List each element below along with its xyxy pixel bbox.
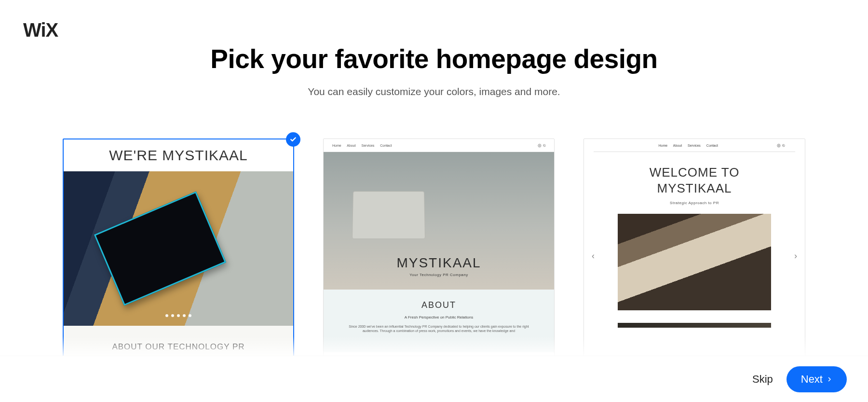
template3-nav-home: Home xyxy=(659,144,668,147)
template2-about-section: ABOUT A Fresh Perspective on Public Rela… xyxy=(324,290,554,352)
heading-block: Pick your favorite homepage design You c… xyxy=(0,43,868,97)
selected-check-icon xyxy=(286,132,300,147)
template3-nav: Home About Services Contact ◎ ⎋ xyxy=(594,139,795,152)
template3-title-line2: MYSTIKAAL xyxy=(657,181,732,195)
template-cards-row: WE'RE MYSTIKAAL ABOUT OUR TECHNOLOGY PR … xyxy=(0,139,868,363)
template3-nav-services: Services xyxy=(688,144,701,147)
template3-heading: WELCOME TO MYSTIKAAL Strategic Approach … xyxy=(584,152,805,214)
template2-about-text: Since 2000 we've been an influential Tec… xyxy=(343,324,535,333)
template2-nav-home: Home xyxy=(332,144,341,147)
page-title: Pick your favorite homepage design xyxy=(0,43,868,74)
template2-about-heading: ABOUT xyxy=(343,300,535,310)
template-card-2[interactable]: Home About Services Contact ◎ ⎋ MYSTIKAA… xyxy=(323,139,555,363)
template3-title-line1: WELCOME TO xyxy=(650,165,740,180)
template2-brand: MYSTIKAAL xyxy=(396,255,481,271)
skip-button[interactable]: Skip xyxy=(752,373,773,386)
template2-nav: Home About Services Contact ◎ ⎋ xyxy=(324,139,554,152)
template3-nav-social-icons: ◎ ⎋ xyxy=(777,143,785,148)
template3-hero-image xyxy=(618,214,771,310)
template-card-1[interactable]: WE'RE MYSTIKAAL ABOUT OUR TECHNOLOGY PR xyxy=(63,139,294,363)
template2-nav-services: Services xyxy=(362,144,375,147)
template1-carousel-dots xyxy=(165,314,191,317)
chevron-right-icon xyxy=(827,376,832,382)
template3-subtitle: Strategic Approach to PR xyxy=(594,201,795,205)
template2-about-sub: A Fresh Perspective on Public Relations xyxy=(343,315,535,319)
template2-nav-about: About xyxy=(347,144,355,147)
template1-title: WE'RE MYSTIKAAL xyxy=(64,139,293,171)
template3-next-image-strip xyxy=(618,323,771,328)
template2-tagline: Your Technology PR Company xyxy=(409,273,468,277)
footer-bar: Skip Next xyxy=(0,356,868,402)
wix-logo: WiX xyxy=(23,19,58,41)
template3-next-arrow[interactable]: › xyxy=(794,251,797,261)
template3-nav-contact: Contact xyxy=(706,144,718,147)
template2-nav-social-icons: ◎ ⎋ xyxy=(538,143,545,148)
template2-nav-contact: Contact xyxy=(380,144,392,147)
template2-hero-image: MYSTIKAAL Your Technology PR Company xyxy=(324,152,554,290)
template3-prev-arrow[interactable]: ‹ xyxy=(592,251,595,261)
template3-nav-about: About xyxy=(673,144,682,147)
next-button-label: Next xyxy=(801,373,823,386)
next-button[interactable]: Next xyxy=(787,366,847,392)
template1-hero-image xyxy=(64,171,293,326)
template-card-3[interactable]: Home About Services Contact ◎ ⎋ WELCOME … xyxy=(583,139,805,363)
page-subtitle: You can easily customize your colors, im… xyxy=(0,86,868,97)
template1-tablet-graphic xyxy=(94,191,226,305)
template2-laptop-graphic xyxy=(352,191,425,239)
